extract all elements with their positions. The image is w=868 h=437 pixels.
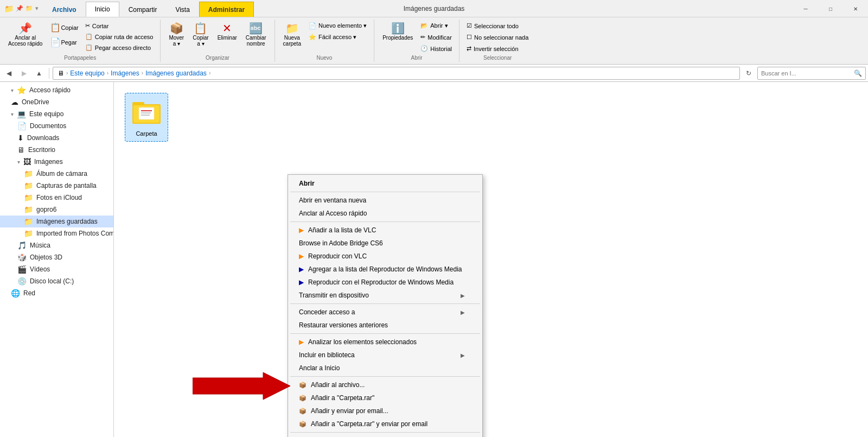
search-input[interactable]: [761, 70, 852, 77]
ribbon-btn-new-folder[interactable]: 📁 Nuevacarpeta: [279, 21, 305, 49]
tab-vista[interactable]: Vista: [166, 2, 199, 17]
ctx-item-anadir-rar[interactable]: 📦 Añadir a "Carpeta.rar": [288, 391, 482, 404]
ctx-item-abrir-nueva[interactable]: Abrir en ventana nueva: [288, 194, 482, 207]
ctx-item-analizar[interactable]: ▶ Analizar los elementos seleccionados: [288, 335, 482, 349]
ctx-item-vlc-add[interactable]: ▶ Añadir a la lista de VLC: [288, 224, 482, 237]
ctx-item-anadir-archivo[interactable]: 📦 Añadir al archivo...: [288, 378, 482, 391]
ctx-item-bridge[interactable]: Browse in Adobe Bridge CS6: [288, 237, 482, 250]
open-icon: 📂: [420, 22, 428, 29]
ctx-item-anadir-email[interactable]: 📦 Añadir y enviar por email...: [288, 404, 482, 417]
forward-button[interactable]: ▶: [17, 67, 30, 80]
ribbon-btn-properties[interactable]: ℹ️ Propiedades: [379, 21, 417, 43]
ribbon-btn-open[interactable]: 📂 Abrir ▾: [418, 21, 455, 31]
address-path[interactable]: 🖥 › Este equipo › Imágenes › Imágenes gu…: [53, 67, 740, 80]
sidebar-item-videos[interactable]: 🎬 Vídeos: [0, 263, 113, 275]
tab-inicio[interactable]: Inicio: [86, 2, 119, 17]
new-folder-icon: 📁: [25, 5, 33, 12]
ribbon-btn-select-none[interactable]: ☐ No seleccionar nada: [464, 32, 531, 42]
back-button[interactable]: ◀: [2, 67, 15, 80]
sidebar-item-escritorio[interactable]: 🖥 Escritorio: [0, 144, 113, 156]
close-button[interactable]: ✕: [843, 0, 868, 17]
ctx-item-wm-play[interactable]: ▶ Reproducir con el Reproductor de Windo…: [288, 276, 482, 289]
ribbon-btn-invert-sel[interactable]: ⇄ Invertir selección: [464, 43, 531, 54]
new-item-icon: 📄: [309, 22, 316, 29]
ribbon-btn-move[interactable]: 📦 Movera ▾: [165, 21, 188, 49]
window-controls: ─ □ ✕: [793, 0, 868, 17]
sidebar-item-objetos-3d[interactable]: 🎲 Objetos 3D: [0, 251, 113, 263]
ctx-item-anclar[interactable]: Anclar al Acceso rápido: [288, 207, 482, 220]
ctx-item-vlc-play[interactable]: ▶ Reproducir con VLC: [288, 250, 482, 263]
refresh-button[interactable]: ↻: [742, 67, 755, 80]
address-part-saved[interactable]: Imágenes guardadas: [145, 69, 207, 77]
ribbon-btn-easy-access[interactable]: ⭐ Fácil acceso ▾: [306, 32, 369, 42]
search-box[interactable]: 🔍: [757, 67, 866, 80]
sidebar-item-musica[interactable]: 🎵 Música: [0, 239, 113, 251]
ribbon-btn-copy2[interactable]: 📋 Copiara ▾: [189, 21, 212, 49]
imagenes-guardadas-icon: 📁: [24, 217, 33, 226]
ribbon-btn-copy[interactable]: 📋 Copiar: [47, 21, 81, 34]
red-arrow-svg: [193, 370, 290, 402]
rar-icon: 📦: [299, 382, 307, 389]
album-icon: 📁: [24, 169, 33, 178]
ribbon-btn-history[interactable]: 🕐 Historial: [418, 43, 455, 54]
sidebar-item-imagenes[interactable]: ▾ 🖼 Imágenes: [0, 156, 113, 168]
ctx-item-enviar-a[interactable]: Enviar a ▶: [288, 434, 482, 437]
sidebar-item-disco-local[interactable]: 💿 Disco local (C:): [0, 275, 113, 287]
sidebar-item-downloads[interactable]: ⬇ Downloads: [0, 132, 113, 144]
ribbon-btn-new-item[interactable]: 📄 Nuevo elemento ▾: [306, 21, 369, 31]
sidebar-item-capturas[interactable]: 📁 Capturas de pantalla: [0, 180, 113, 192]
ctx-item-abrir[interactable]: Abrir: [288, 177, 482, 190]
tab-archivo[interactable]: Archivo: [43, 2, 86, 17]
sidebar-item-imported[interactable]: 📁 Imported from Photos Com: [0, 227, 113, 239]
copy-icon: 📋: [50, 22, 61, 33]
address-part-pc[interactable]: Este equipo: [70, 69, 104, 77]
ribbon-btn-paste-shortcut[interactable]: 📋 Pegar acceso directo: [82, 42, 156, 53]
address-part-images[interactable]: Imágenes: [111, 69, 139, 77]
ctx-item-anadir-rar-email[interactable]: 📦 Añadir a "Carpeta.rar" y enviar por em…: [288, 417, 482, 430]
sidebar-item-red[interactable]: 🌐 Red: [0, 287, 113, 299]
rar-icon3: 📦: [299, 408, 307, 415]
minimize-button[interactable]: ─: [793, 0, 818, 17]
ribbon-btn-rename[interactable]: 🔤 Cambiarnombre: [242, 21, 270, 49]
sidebar-item-documentos[interactable]: 📄 Documentos: [0, 120, 113, 132]
ribbon-btn-paste[interactable]: 📄 Pegar: [47, 35, 81, 49]
svg-rect-3: [139, 107, 154, 119]
ribbon-btn-pin[interactable]: 📌 Anclar alAcceso rápido: [4, 21, 46, 49]
images-icon: 🖼: [23, 157, 31, 166]
paste-shortcut-icon: 📋: [85, 44, 93, 51]
gopro-icon: 📁: [24, 205, 33, 214]
ribbon-btn-cut[interactable]: ✂ Cortar: [82, 21, 156, 31]
svg-marker-7: [193, 372, 290, 400]
ctx-sep-2: [290, 221, 480, 222]
sidebar-item-gopro6[interactable]: 📁 gopro6: [0, 204, 113, 216]
tab-compartir[interactable]: Compartir: [119, 2, 167, 17]
ribbon-btn-copy-path[interactable]: 📋 Copiar ruta de acceso: [82, 31, 156, 42]
ctx-item-conceder[interactable]: Conceder acceso a ▶: [288, 306, 482, 319]
ctx-item-incluir[interactable]: Incluir en biblioteca ▶: [288, 349, 482, 362]
sidebar: ▾ ⭐ Acceso rápido ☁ OneDrive ▾ 💻 Este eq…: [0, 82, 114, 437]
ribbon-btn-delete[interactable]: ✕ Eliminar: [214, 21, 241, 43]
ctx-sep-6: [290, 432, 480, 433]
capturas-icon: 📁: [24, 181, 33, 190]
folder-item-carpeta[interactable]: Carpeta: [125, 93, 168, 142]
delete-icon: ✕: [222, 23, 232, 34]
ribbon-btn-select-all[interactable]: ☑ Seleccionar todo: [464, 21, 531, 31]
tab-administrar[interactable]: Administrar: [199, 2, 254, 17]
sidebar-item-album-camara[interactable]: 📁 Álbum de cámara: [0, 168, 113, 180]
sidebar-item-imagenes-guardadas[interactable]: 📁 Imágenes guardadas: [0, 216, 113, 227]
up-button[interactable]: ▲: [33, 67, 46, 80]
sidebar-item-fotos-icloud[interactable]: 📁 Fotos en iCloud: [0, 192, 113, 204]
sidebar-item-onedrive[interactable]: ☁ OneDrive: [0, 96, 113, 108]
ctx-item-transmitir[interactable]: Transmitir en dispositivo ▶: [288, 289, 482, 302]
ctx-item-restaurar[interactable]: Restaurar versiones anteriores: [288, 319, 482, 332]
sidebar-item-this-pc[interactable]: ▾ 💻 Este equipo: [0, 108, 113, 120]
ctx-item-wm-add[interactable]: ▶ Agregar a la lista del Reproductor de …: [288, 263, 482, 276]
vlc-icon2: ▶: [299, 252, 304, 260]
maximize-button[interactable]: □: [818, 0, 843, 17]
ctx-item-anclar-inicio[interactable]: Anclar a Inicio: [288, 362, 482, 375]
ctx-sep-1: [290, 192, 480, 192]
sidebar-item-quick-access[interactable]: ▾ ⭐ Acceso rápido: [0, 84, 113, 96]
ribbon-btn-modify[interactable]: ✏ Modificar: [418, 32, 455, 42]
pc-icon: 💻: [17, 110, 26, 118]
ctx-sep-5: [290, 376, 480, 377]
